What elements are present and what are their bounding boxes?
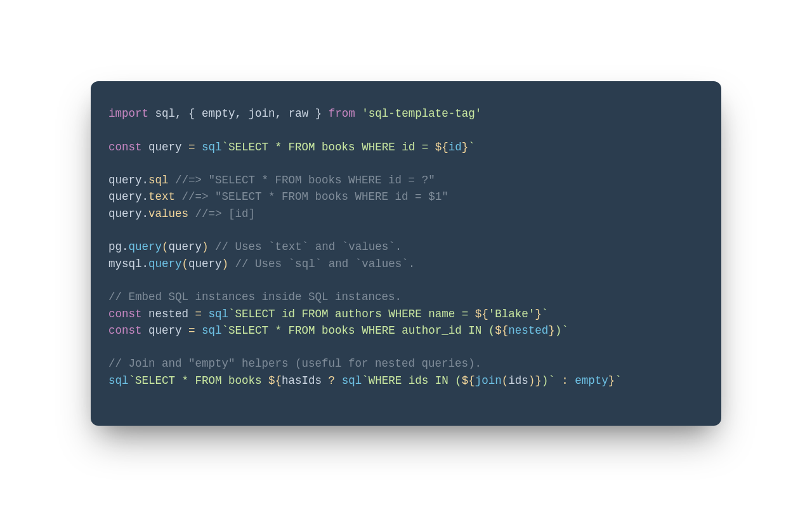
- dot: .: [142, 174, 149, 187]
- property: sql: [148, 174, 169, 187]
- backtick: `: [542, 308, 549, 320]
- space: [228, 258, 235, 270]
- fn-sql: sql: [342, 374, 362, 387]
- template-sql: SELECT id FROM authors WHERE name =: [235, 308, 475, 320]
- backtick: `: [362, 374, 369, 387]
- space: [355, 107, 362, 120]
- template-interp-open: ${: [475, 308, 488, 320]
- keyword-import: import: [108, 107, 148, 120]
- backtick: `: [615, 374, 622, 387]
- identifier: pg: [108, 240, 122, 253]
- operator-eq: =: [188, 308, 209, 320]
- fn-sql: sql: [202, 141, 222, 154]
- comment: //=> "SELECT * FROM books WHERE id = ?": [175, 174, 435, 187]
- identifier-empty: empty: [575, 374, 608, 387]
- identifier: mysql: [108, 258, 142, 270]
- keyword-const: const: [108, 324, 142, 337]
- identifier: query: [108, 207, 142, 220]
- fn-query: query: [148, 258, 182, 270]
- identifier: sql: [155, 107, 176, 120]
- paren-close: ): [528, 374, 535, 387]
- identifier: nested: [148, 308, 188, 320]
- paren-close: ): [222, 258, 229, 270]
- code-line: // Embed SQL instances inside SQL instan…: [108, 291, 402, 303]
- paren-open: (: [502, 374, 509, 387]
- backtick: `: [129, 374, 136, 387]
- space: [188, 207, 195, 220]
- variable: id: [449, 141, 462, 154]
- property: values: [148, 207, 188, 220]
- template-interp-open: ${: [268, 374, 282, 387]
- backtick: `: [468, 141, 475, 154]
- comment: // Join and "empty" helpers (useful for …: [108, 357, 481, 370]
- template-sql: ): [542, 374, 549, 387]
- code-line: query.text //=> "SELECT * FROM books WHE…: [108, 190, 449, 203]
- fn-sql: sql: [202, 324, 222, 337]
- punct: ,: [235, 107, 249, 120]
- dot: .: [142, 207, 149, 220]
- template-sql: WHERE ids IN (: [369, 374, 462, 387]
- space: [209, 240, 216, 253]
- identifier: query: [108, 174, 142, 187]
- code-line: // Join and "empty" helpers (useful for …: [108, 357, 481, 370]
- operator-eq: =: [182, 141, 202, 154]
- arg: query: [188, 258, 222, 270]
- brace: {: [188, 107, 202, 120]
- space: [169, 174, 176, 187]
- comment: //=> [id]: [195, 207, 256, 220]
- identifier: join: [249, 107, 275, 120]
- backtick: `: [222, 141, 229, 154]
- arg: ids: [508, 374, 528, 387]
- keyword-from: from: [329, 107, 355, 120]
- comment: // Embed SQL instances inside SQL instan…: [108, 291, 402, 303]
- code-block: import sql, { empty, join, raw } from 's…: [108, 105, 704, 389]
- template-interp-close: }: [548, 324, 555, 337]
- keyword-const: const: [108, 308, 142, 320]
- fn-sql: sql: [209, 308, 229, 320]
- variable: nested: [508, 324, 548, 337]
- paren-open: (: [182, 258, 189, 270]
- template-interp-open: ${: [462, 374, 475, 387]
- template-interp-open: ${: [495, 324, 508, 337]
- identifier: empty: [202, 107, 235, 120]
- variable: hasIds: [282, 374, 322, 387]
- comment: // Uses `text` and `values`.: [215, 240, 402, 253]
- backtick: `: [222, 324, 229, 337]
- paren-close: ): [202, 240, 209, 253]
- punct: ,: [175, 107, 188, 120]
- code-line: pg.query(query) // Uses `text` and `valu…: [108, 240, 402, 253]
- identifier: query: [148, 324, 182, 337]
- code-line: query.values //=> [id]: [108, 207, 255, 220]
- code-line: const query = sql`SELECT * FROM books WH…: [108, 324, 568, 337]
- keyword-const: const: [108, 141, 142, 154]
- backtick: `: [548, 374, 555, 387]
- fn-query: query: [129, 240, 162, 253]
- backtick: `: [228, 308, 235, 320]
- ternary: :: [555, 374, 575, 387]
- code-line: mysql.query(query) // Uses `sql` and `va…: [108, 258, 415, 270]
- template-interp-close: }: [535, 374, 542, 387]
- space: [142, 308, 149, 320]
- space: [175, 190, 182, 203]
- template-sql: SELECT * FROM books WHERE author_id IN (: [228, 324, 495, 337]
- code-line: query.sql //=> "SELECT * FROM books WHER…: [108, 174, 435, 187]
- identifier: query: [148, 141, 182, 154]
- code-line: sql`SELECT * FROM books ${hasIds ? sql`W…: [108, 374, 622, 387]
- template-interp-close: }: [608, 374, 615, 387]
- dot: .: [122, 240, 129, 253]
- template-sql: SELECT * FROM books: [135, 374, 268, 387]
- operator-eq: =: [182, 324, 202, 337]
- property: text: [148, 190, 175, 203]
- template-sql: SELECT * FROM books WHERE id =: [228, 141, 435, 154]
- ternary: ?: [322, 374, 342, 387]
- comment: //=> "SELECT * FROM books WHERE id = $1": [182, 190, 449, 203]
- string: 'sql-template-tag': [362, 107, 481, 120]
- arg: query: [169, 240, 202, 253]
- fn-sql: sql: [108, 374, 129, 387]
- code-line: import sql, { empty, join, raw } from 's…: [108, 107, 481, 120]
- brace: }: [308, 107, 329, 120]
- template-interp-close: }: [535, 308, 542, 320]
- fn-join: join: [475, 374, 502, 387]
- template-interp-close: }: [462, 141, 469, 154]
- space: [142, 141, 149, 154]
